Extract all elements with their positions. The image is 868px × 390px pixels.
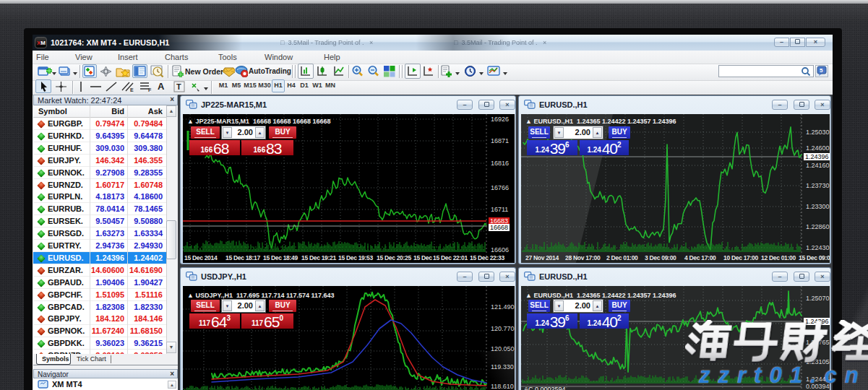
svg-text:F: F [148,87,152,92]
svg-text:5: 5 [820,67,823,74]
svg-text:T: T [176,82,181,91]
svg-text:E: E [130,87,134,92]
